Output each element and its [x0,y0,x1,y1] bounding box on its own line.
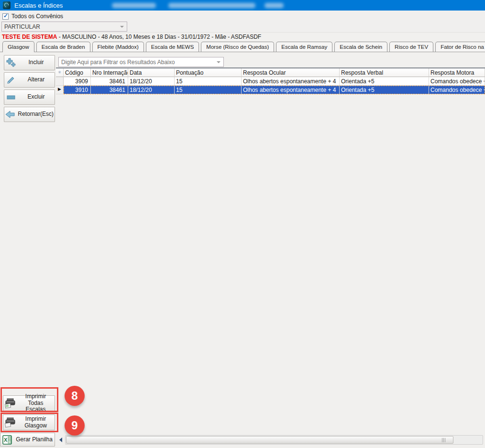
annotation-box-9 [0,413,58,432]
convenio-select: PARTICULAR [1,22,127,32]
column-header-resposta-verbal[interactable]: Resposta Verbal [340,68,429,77]
tab-flebite-maddox[interactable]: Flebite (Maddox) [92,42,144,52]
tab-bar: Glasgow Escala de Braden Flebite (Maddox… [0,41,485,52]
column-header-resposta-motora[interactable]: Resposta Motora [429,68,485,77]
cell-pontuacao: 15 [175,86,242,94]
chevron-down-icon [217,61,220,63]
cell-nro-internacao: 38461 [91,77,128,86]
excluir-button[interactable]: Excluir [4,90,55,105]
row-indicator-selected: ▶ [56,86,64,94]
column-header-nro-internacao[interactable]: Nro Internação [91,68,128,77]
table-row[interactable]: 3909 38461 18/12/20 15 Olhos abertos esp… [56,77,485,86]
cell-resposta-motora: Comandos obedece +6 [429,86,485,94]
tab-glasgow[interactable]: Glasgow [2,41,34,52]
annotation-badge-9: 9 [65,415,85,436]
cell-codigo: 3910 [64,86,91,94]
retornar-label: Retornar(Esc) [17,111,55,118]
horizontal-scrollbar[interactable] [65,435,483,445]
tab-morse-risco-de-quedas[interactable]: Morse (Risco de Quedas) [201,42,274,52]
column-header-codigo[interactable]: Código [64,68,91,77]
incluir-button[interactable]: Incluir [4,55,55,70]
glasgow-results-grid: ✳ Código Nro Internação Data Pontuação R… [56,67,485,94]
pencil-icon [4,75,18,85]
excluir-label: Excluir [18,94,55,101]
titlebar: Escalas e Índices [0,0,485,11]
todos-convenios-label: Todos os Convênios [11,13,63,20]
cell-codigo: 3909 [64,77,91,86]
grid-filter-input[interactable]: Digite Aqui para Filtrar os Resultados A… [58,57,224,67]
alterar-button[interactable]: Alterar [4,72,55,88]
table-row-selected[interactable]: ▶ 3910 38461 18/12/20 15 Olhos abertos e… [56,86,485,94]
patient-name: TESTE DE SISTEMA [2,34,57,40]
cell-resposta-motora: Comandos obedece +6 [429,77,485,86]
column-header-resposta-ocular[interactable]: Resposta Ocular [242,68,340,77]
check-icon: ✓ [3,12,8,19]
cell-pontuacao: 15 [175,77,242,86]
column-header-pontuacao[interactable]: Pontuação [175,68,242,77]
arrow-left-icon [4,110,17,119]
tab-escala-de-ramsay[interactable]: Escala de Ramsay [276,42,332,52]
scrollbar-grip-icon [442,438,446,442]
tab-escala-de-braden[interactable]: Escala de Braden [36,42,90,52]
redacted-text [265,3,284,8]
minus-icon [4,92,18,102]
annotation-box-8 [0,387,58,412]
cell-data: 18/12/20 [128,77,175,86]
annotation-badge-8: 8 [65,386,85,406]
patient-info: TESTE DE SISTEMA - MASCULINO - 48 Anos, … [2,34,483,41]
cell-nro-internacao: 38461 [91,86,128,94]
gerar-planilha-label: Gerar Planilha [14,437,55,443]
patient-details: - MASCULINO - 48 Anos, 10 Meses e 18 Dia… [57,34,261,40]
add-plus-icon [4,58,18,67]
cell-data: 18/12/20 [128,86,175,94]
scrollbar-thumb[interactable] [66,436,453,444]
grid-header-row: ✳ Código Nro Internação Data Pontuação R… [56,68,485,77]
column-header-data[interactable]: Data [128,68,175,77]
gerar-planilha-button[interactable]: X Gerar Planilha [0,433,55,447]
redacted-text [112,3,156,8]
window-title: Escalas e Índices [14,2,63,9]
app-icon [3,1,11,9]
redacted-text [168,3,255,8]
retornar-button[interactable]: Retornar(Esc) [4,107,55,122]
svg-text:X: X [4,437,8,443]
tab-page-border [0,52,485,52]
row-indicator-header: ✳ [56,68,64,77]
filter-panel: ✓ Todos os Convênios PARTICULAR [0,11,485,33]
cell-resposta-ocular: Olhos abertos espontaneamente + 4 [242,77,340,86]
row-indicator [56,77,64,86]
chevron-down-icon [120,26,124,28]
cell-resposta-verbal: Orientada +5 [340,77,429,86]
convenio-value: PARTICULAR [4,23,40,30]
tab-escala-de-schein[interactable]: Escala de Schein [334,42,387,52]
grid-filter-placeholder: Digite Aqui para Filtrar os Resultados A… [61,59,175,66]
tab-fator-de-risco-na-internacao[interactable]: Fator de Risco na Internação [435,42,485,52]
incluir-label: Incluir [18,59,55,66]
alterar-label: Alterar [18,77,55,83]
arrow-left-icon [59,437,62,442]
excel-icon: X [0,435,14,445]
cell-resposta-verbal: Orientada +5 [340,86,429,94]
cell-resposta-ocular: Olhos abertos espontaneamente + 4 [242,86,340,94]
scroll-left-button[interactable] [57,434,64,445]
todos-convenios-checkbox[interactable]: ✓ [2,13,9,20]
tab-risco-de-tev[interactable]: Risco de TEV [389,42,433,52]
tab-escala-de-mews[interactable]: Escala de MEWS [146,42,199,52]
